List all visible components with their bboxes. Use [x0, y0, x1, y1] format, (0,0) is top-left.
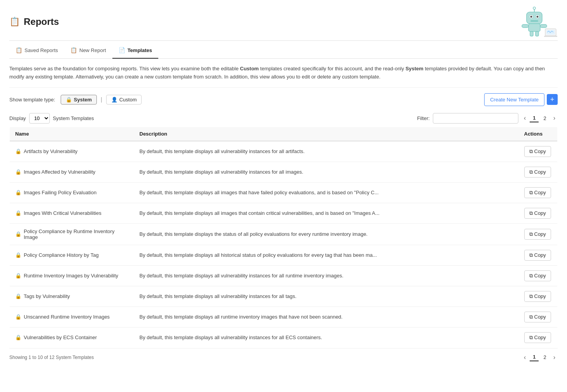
copy-icon: ⧉ — [529, 273, 533, 279]
robot-illustration — [511, 6, 558, 37]
system-lock-icon: 🔒 — [66, 97, 72, 103]
filter-input[interactable] — [433, 113, 518, 124]
copy-label: Copy — [534, 210, 546, 216]
lock-icon: 🔒 — [15, 190, 21, 195]
copy-icon: ⧉ — [529, 190, 533, 196]
template-name: Policy Compliance by Runtime Inventory I… — [24, 228, 129, 240]
type-separator: | — [101, 96, 102, 103]
table-row: 🔒 Vulnerabilities by ECS Container By de… — [10, 327, 558, 348]
footer-page-2-button[interactable]: 2 — [540, 354, 549, 361]
lock-icon: 🔒 — [15, 252, 21, 258]
lock-icon: 🔒 — [15, 210, 21, 216]
page-1-button[interactable]: 1 — [530, 114, 539, 122]
reports-icon: 📋 — [9, 17, 20, 27]
copy-label: Copy — [534, 148, 546, 154]
page-2-button[interactable]: 2 — [540, 115, 549, 122]
templates-tab-icon: 📄 — [119, 47, 125, 53]
footer-prev-page-button[interactable]: ‹ — [522, 353, 528, 362]
svg-rect-14 — [544, 36, 557, 37]
svg-rect-0 — [527, 12, 542, 24]
templates-table: Name Description Actions 🔒 Artifacts by … — [9, 127, 558, 348]
template-name: Images Affected by Vulnerability — [24, 169, 95, 175]
svg-point-3 — [530, 16, 532, 18]
pagination: ‹ 1 2 › — [522, 114, 558, 122]
template-name: Images With Critical Vulnerabilities — [24, 210, 102, 216]
copy-icon: ⧉ — [529, 231, 533, 237]
tabs-nav: 📋 Saved Reports 📋 New Report 📄 Templates — [9, 42, 558, 59]
template-name: Images Failing Policy Evaluation — [24, 190, 96, 195]
lock-icon: 🔒 — [15, 314, 21, 320]
create-template-plus-button[interactable]: + — [547, 94, 558, 105]
tab-templates[interactable]: 📄 Templates — [112, 42, 158, 59]
copy-button-4[interactable]: ⧉ Copy — [524, 208, 551, 219]
copy-button-5[interactable]: ⧉ Copy — [524, 229, 551, 240]
footer-next-page-button[interactable]: › — [551, 353, 558, 362]
lock-icon: 🔒 — [15, 148, 21, 154]
col-header-actions: Actions — [519, 127, 558, 141]
copy-icon: ⧉ — [529, 210, 533, 216]
template-description: By default, this template displays all v… — [134, 286, 519, 307]
template-name: Vulnerabilities by ECS Container — [24, 335, 97, 340]
saved-reports-tab-icon: 📋 — [16, 47, 22, 53]
table-row: 🔒 Runtime Inventory Images by Vulnerabil… — [10, 265, 558, 286]
controls-row: Display 5 10 25 50 System Templates Filt… — [9, 110, 558, 127]
lock-icon: 🔒 — [15, 335, 21, 340]
copy-icon: ⧉ — [529, 293, 533, 300]
copy-button-2[interactable]: ⧉ Copy — [524, 167, 551, 178]
copy-button-10[interactable]: ⧉ Copy — [524, 332, 551, 343]
template-description: By default, this template displays all v… — [134, 327, 519, 348]
svg-rect-8 — [528, 24, 540, 31]
table-row: 🔒 Images Affected by Vulnerability By de… — [10, 162, 558, 182]
tab-saved-reports[interactable]: 📋 Saved Reports — [9, 42, 64, 59]
copy-label: Copy — [534, 190, 546, 195]
template-description: By default, this template displays all v… — [134, 265, 519, 286]
next-page-button[interactable]: › — [551, 114, 558, 122]
copy-button-1[interactable]: ⧉ Copy — [524, 146, 551, 157]
table-row: 🔒 Policy Compliance by Runtime Inventory… — [10, 223, 558, 245]
col-header-name: Name — [10, 127, 134, 141]
copy-button-6[interactable]: ⧉ Copy — [524, 250, 551, 261]
custom-user-icon: 👤 — [111, 97, 117, 103]
copy-button-3[interactable]: ⧉ Copy — [524, 187, 551, 198]
showing-text: Showing 1 to 10 of 12 System Templates — [9, 355, 94, 360]
table-row: 🔒 Images With Critical Vulnerabilities B… — [10, 203, 558, 223]
table-row: 🔒 Unscanned Runtime Inventory Images By … — [10, 307, 558, 327]
custom-type-button[interactable]: 👤 Custom — [106, 95, 142, 105]
template-name: Artifacts by Vulnerability — [24, 148, 77, 154]
copy-button-9[interactable]: ⧉ Copy — [524, 312, 551, 322]
svg-rect-12 — [536, 31, 539, 36]
lock-icon: 🔒 — [15, 273, 21, 279]
template-name: Policy Compliance History by Tag — [24, 252, 99, 258]
template-type-row: Show template type: 🔒 System | 👤 Custom … — [9, 88, 558, 110]
copy-icon: ⧉ — [529, 252, 533, 258]
svg-point-7 — [533, 7, 536, 9]
page-title: Reports — [24, 16, 59, 27]
svg-rect-10 — [540, 24, 547, 28]
template-description: By default, this template displays all h… — [134, 245, 519, 265]
lock-icon: 🔒 — [15, 231, 21, 237]
copy-label: Copy — [534, 335, 546, 340]
template-name: Unscanned Runtime Inventory Images — [24, 314, 110, 320]
table-row: 🔒 Tags by Vulnerability By default, this… — [10, 286, 558, 307]
tab-new-report[interactable]: 📋 New Report — [64, 42, 112, 59]
template-description: By default, this template displays all i… — [134, 203, 519, 223]
create-template-button[interactable]: Create New Template — [484, 93, 544, 106]
footer-page-1-button[interactable]: 1 — [530, 353, 539, 361]
lock-icon: 🔒 — [15, 293, 21, 299]
svg-rect-9 — [522, 24, 528, 28]
template-description: By default, this template displays all v… — [134, 162, 519, 182]
copy-button-8[interactable]: ⧉ Copy — [524, 291, 551, 302]
copy-label: Copy — [534, 273, 546, 279]
template-description: By default, this template displays all r… — [134, 307, 519, 327]
prev-page-button[interactable]: ‹ — [522, 114, 528, 122]
system-type-button[interactable]: 🔒 System — [61, 95, 97, 105]
new-report-tab-icon: 📋 — [70, 47, 77, 53]
filter-label: Filter: — [417, 115, 430, 121]
table-row: 🔒 Artifacts by Vulnerability By default,… — [10, 141, 558, 162]
copy-button-7[interactable]: ⧉ Copy — [524, 270, 551, 281]
copy-label: Copy — [534, 169, 546, 175]
copy-icon: ⧉ — [529, 314, 533, 320]
copy-label: Copy — [534, 231, 546, 237]
template-name: Tags by Vulnerability — [24, 293, 70, 299]
display-select[interactable]: 5 10 25 50 — [29, 113, 50, 124]
